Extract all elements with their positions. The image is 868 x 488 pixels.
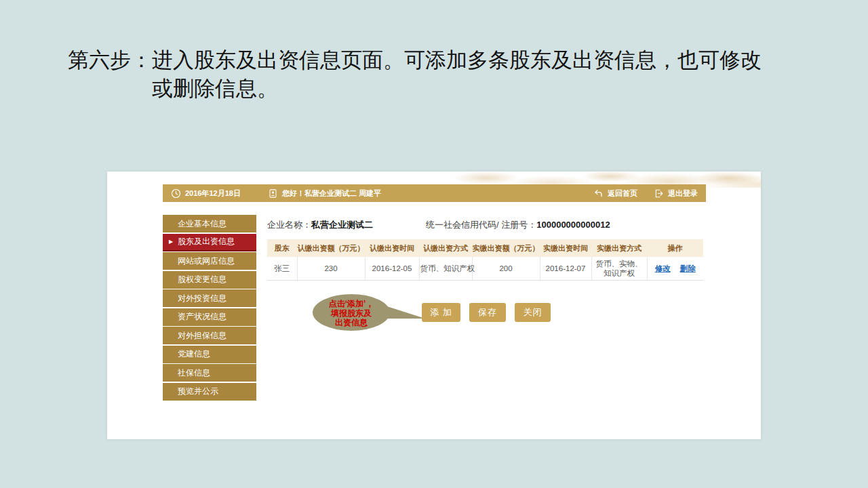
sidebar-item-basic-info[interactable]: 企业基本信息 xyxy=(163,215,256,232)
cell-subscribed-amount: 230 xyxy=(297,257,365,280)
callout-line-1: 点击‘添加’， xyxy=(317,299,385,308)
sidebar-item-party-building[interactable]: 党建信息 xyxy=(163,346,256,363)
edit-link[interactable]: 修改 xyxy=(655,264,671,272)
add-button[interactable]: 添 加 xyxy=(422,303,460,322)
user-icon xyxy=(268,188,278,199)
credit-code-value: 100000000000012 xyxy=(536,220,610,230)
cell-paid-amount: 200 xyxy=(472,257,540,280)
logout-button[interactable]: 退出登录 xyxy=(654,188,698,199)
company-info-line: 企业名称：私营企业测试二统一社会信用代码/ 注册号：10000000000001… xyxy=(267,219,610,231)
caret-right-icon: ▶ xyxy=(169,239,173,245)
cell-operations: 修改删除 xyxy=(647,257,703,280)
sidebar-item-assets[interactable]: 资产状况信息 xyxy=(163,308,256,326)
cell-subscribed-date: 2016-12-05 xyxy=(365,257,419,280)
header-shareholder: 股东 xyxy=(267,239,297,257)
sidebar: 企业基本信息 ▶股东及出资信息 网站或网店信息 股权变更信息 对外投资信息 资产… xyxy=(163,215,256,401)
sidebar-item-website[interactable]: 网站或网店信息 xyxy=(163,252,256,270)
callout-text: 点击‘添加’， 填报股东及 出资信息 xyxy=(317,299,385,327)
credit-code-label: 统一社会信用代码/ 注册号： xyxy=(426,220,536,230)
table-row: 张三 230 2016-12-05 货币、知识产权 200 2016-12-07… xyxy=(267,257,703,280)
header-subscribed-method: 认缴出资方式 xyxy=(419,239,472,257)
step-label: 第六步： xyxy=(68,46,152,75)
date-text: 2016年12月18日 xyxy=(185,188,241,199)
callout-line-2: 填报股东及 xyxy=(317,308,385,318)
sidebar-item-shareholders[interactable]: ▶股东及出资信息 xyxy=(163,234,256,251)
cell-shareholder: 张三 xyxy=(267,257,297,280)
header-operations: 操作 xyxy=(647,239,703,257)
slide-title: 第六步： 进入股东及出资信息页面。可添加多条股东及出资信息，也可修改或删除信息。 xyxy=(68,46,807,103)
close-button[interactable]: 关闭 xyxy=(515,303,551,322)
sidebar-item-equity-change[interactable]: 股权变更信息 xyxy=(163,271,256,289)
callout-line-3: 出资信息 xyxy=(317,318,385,327)
save-button[interactable]: 保存 xyxy=(469,303,506,322)
shareholder-table: 股东 认缴出资额（万元） 认缴出资时间 认缴出资方式 实缴出资额（万元） 实缴出… xyxy=(267,239,703,281)
sidebar-item-outbound-investment[interactable]: 对外投资信息 xyxy=(163,289,256,307)
callout-bubble: 点击‘添加’， 填报股东及 出资信息 xyxy=(312,293,431,334)
logout-icon xyxy=(654,188,664,199)
greeting-text: 您好！私营企业测试二 周建平 xyxy=(282,188,381,199)
company-name-label: 企业名称： xyxy=(267,220,311,230)
cell-subscribed-method: 货币、知识产权 xyxy=(419,257,472,280)
back-home-button[interactable]: 返回首页 xyxy=(593,188,637,199)
header-paid-amount: 实缴出资额（万元） xyxy=(472,239,540,257)
undo-arrow-icon xyxy=(593,188,604,199)
step-description: 进入股东及出资信息页面。可添加多条股东及出资信息，也可修改或删除信息。 xyxy=(152,46,766,103)
header-paid-method: 实缴出资方式 xyxy=(591,239,647,257)
cell-paid-method: 货币、实物、知识产权 xyxy=(591,257,647,280)
header-subscribed-amount: 认缴出资额（万元） xyxy=(297,239,365,257)
delete-link[interactable]: 删除 xyxy=(680,264,696,272)
company-name-value: 私营企业测试二 xyxy=(311,220,373,230)
clock-icon xyxy=(171,188,181,199)
sidebar-item-guarantee[interactable]: 对外担保信息 xyxy=(163,327,256,344)
table-header-row: 股东 认缴出资额（万元） 认缴出资时间 认缴出资方式 实缴出资额（万元） 实缴出… xyxy=(267,239,703,257)
header-paid-date: 实缴出资时间 xyxy=(540,239,591,257)
topbar: 2016年12月18日 您好！私营企业测试二 周建平 返回首页 退出登录 xyxy=(163,184,706,202)
logout-label: 退出登录 xyxy=(668,188,698,199)
app-screenshot-panel: 2016年12月18日 您好！私营企业测试二 周建平 返回首页 退出登录 企业基… xyxy=(107,171,761,439)
cell-paid-date: 2016-12-07 xyxy=(540,257,591,280)
header-subscribed-date: 认缴出资时间 xyxy=(365,239,419,257)
sidebar-item-social-security[interactable]: 社保信息 xyxy=(163,364,256,382)
sidebar-item-preview-publish[interactable]: 预览并公示 xyxy=(163,383,256,401)
back-home-label: 返回首页 xyxy=(608,188,637,199)
